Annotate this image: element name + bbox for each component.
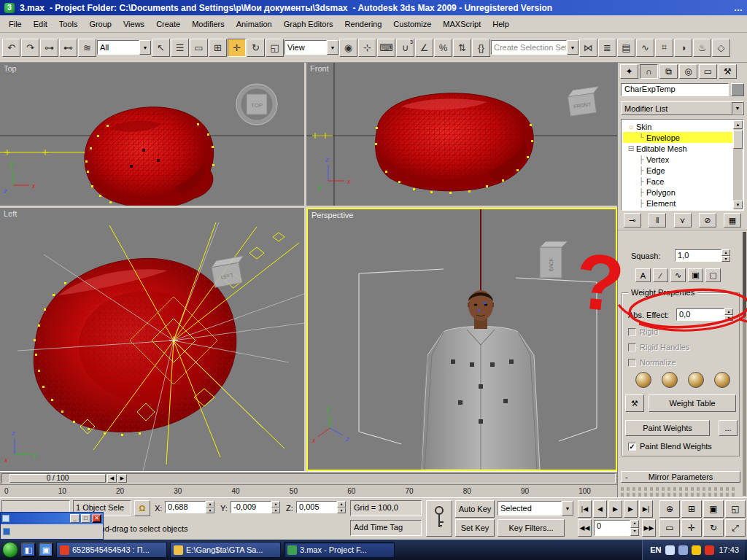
select-and-rotate-icon[interactable]: ↻ — [247, 39, 265, 57]
set-key-button[interactable]: Set Key — [455, 519, 495, 537]
select-and-manipulate-icon[interactable]: ⊹ — [358, 39, 376, 57]
undo-icon[interactable]: ↶ — [2, 39, 20, 57]
previous-key-icon[interactable]: ◀◀ — [578, 519, 592, 537]
antivirus-tray-icon[interactable] — [692, 545, 701, 555]
track-bar[interactable]: 0102030405060708090100 — [0, 484, 617, 497]
maximize-viewport-toggle-icon[interactable]: ⤢ — [725, 519, 746, 537]
taskbar-clock[interactable]: 17:43 — [719, 545, 739, 554]
auto-key-button[interactable]: Auto Key — [455, 500, 495, 518]
key-filters-button[interactable]: Key Filters... — [498, 519, 565, 537]
percent-snap-toggle-icon[interactable]: % — [434, 39, 452, 57]
menu-item[interactable]: MAXScript — [437, 18, 487, 31]
menu-item[interactable]: Group — [83, 18, 117, 31]
utilities-tab-icon[interactable]: ⚒ — [719, 64, 737, 79]
create-tab-icon[interactable]: ✦ — [620, 64, 638, 79]
scroll-up-icon[interactable]: ▲ — [733, 120, 743, 129]
minimize-icon[interactable]: _ — [70, 514, 80, 523]
go-to-end-icon[interactable]: ▶| — [639, 500, 653, 518]
copy-icon[interactable]: ▣ — [688, 268, 703, 282]
falloff-icon[interactable]: ∕ — [653, 268, 668, 282]
reference-coordinate-dropdown[interactable]: View▼ — [285, 40, 338, 55]
use-pivot-point-center-icon[interactable]: ◉ — [339, 39, 357, 57]
viewport-label[interactable]: Top — [4, 64, 17, 73]
select-by-name-icon[interactable]: ☰ — [171, 39, 189, 57]
letter-a-icon[interactable]: A — [635, 268, 651, 282]
modifier-list-dropdown[interactable]: Modifier List ▼ — [621, 101, 744, 115]
quick-render-icon[interactable]: ◇ — [712, 39, 730, 57]
zoom-extents-icon[interactable]: ▣ — [703, 500, 724, 518]
taskbar-task-button[interactable]: E:\Gang$ta\GTA Sa... — [170, 542, 281, 558]
menu-item[interactable]: Edit — [28, 18, 53, 31]
rectangular-selection-region-icon[interactable]: ▭ — [190, 39, 208, 57]
configure-modifier-sets-icon[interactable]: ▦ — [724, 213, 741, 228]
network-tray-icon[interactable] — [665, 545, 675, 555]
next-frame-nub-icon[interactable]: ▶ — [117, 474, 127, 483]
hierarchy-tab-icon[interactable]: ⧉ — [659, 64, 678, 79]
paint-blend-checkbox-row[interactable]: Paint Blend Weights — [628, 442, 712, 451]
menu-item[interactable]: Rendering — [339, 18, 388, 31]
spinner-icon[interactable]: ▴▾ — [721, 249, 730, 262]
render-setup-icon[interactable]: ♨ — [693, 39, 711, 57]
spinner-icon[interactable]: ▴▾ — [724, 308, 733, 321]
weight-tool-wrench-icon[interactable]: ⚒ — [625, 394, 644, 412]
stack-item[interactable]: ├ Edge — [623, 165, 732, 176]
rollout-scrollbar[interactable] — [743, 232, 746, 496]
checkbox-row[interactable]: Normalize — [628, 358, 689, 367]
object-name-field[interactable]: CharExpTemp — [621, 83, 729, 96]
go-to-start-icon[interactable]: |◀ — [578, 500, 592, 518]
title-bar[interactable]: 3 3.max - Project Folder: C:\Documents a… — [0, 0, 747, 15]
y-coordinate-field[interactable]: -0,009▴▾ — [231, 501, 280, 513]
time-slider-thumb[interactable]: 0 / 100 — [9, 474, 106, 483]
select-and-link-icon[interactable]: ⊶ — [40, 39, 58, 57]
background-mini-window[interactable]: _ □ ✕ — [0, 512, 104, 540]
zoom-region-icon[interactable]: ▭ — [659, 519, 680, 537]
menu-item[interactable]: Customize — [387, 18, 437, 31]
zoom-icon[interactable]: ⊕ — [659, 500, 680, 518]
next-frame-icon[interactable]: ▶ — [624, 500, 638, 518]
viewport-label[interactable]: Perspective — [311, 211, 353, 219]
menu-item[interactable]: Graph Editors — [278, 18, 339, 31]
schematic-view-icon[interactable]: ⌗ — [655, 39, 673, 57]
select-and-move-icon[interactable]: ✛ — [228, 39, 246, 57]
chevron-down-icon[interactable]: ▼ — [139, 40, 151, 55]
language-indicator[interactable]: EN — [650, 545, 661, 554]
motion-tab-icon[interactable]: ◎ — [679, 64, 697, 79]
quick-launch-icon-1[interactable]: ◧ — [21, 542, 36, 557]
maximize-icon[interactable]: □ — [81, 514, 90, 523]
named-selection-set-combo[interactable]: Create Selection Set▼ — [491, 40, 578, 55]
paint-options-button[interactable]: ... — [719, 420, 738, 436]
modifier-stack[interactable]: ▲ ▼ ☼ Skin └ Envelope ⊟ — [621, 119, 744, 211]
show-end-result-icon[interactable]: ‖ — [649, 213, 666, 228]
menu-item[interactable]: Create — [150, 18, 186, 31]
spinner-icon[interactable]: ▴▾ — [337, 501, 346, 513]
stack-item[interactable]: ├ Vertex — [623, 154, 732, 165]
spinner-icon[interactable]: ▴▾ — [271, 501, 280, 513]
window-crossing-icon[interactable]: ⊞ — [209, 39, 227, 57]
guard-tray-icon[interactable] — [705, 545, 714, 555]
start-button[interactable] — [2, 542, 18, 558]
taskbar-task-button[interactable]: 6528545454543 : П... — [56, 542, 167, 558]
left-viewport[interactable]: LEFT y z x Left — [0, 208, 304, 471]
unlink-selection-icon[interactable]: ⊷ — [59, 39, 77, 57]
stack-item[interactable]: └ Envelope — [623, 132, 732, 143]
make-unique-icon[interactable]: ⋎ — [674, 213, 692, 228]
weight-tool-1-icon[interactable] — [635, 372, 651, 388]
spinner-icon[interactable]: ▴▾ — [206, 501, 214, 513]
display-tab-icon[interactable]: ▭ — [699, 64, 717, 79]
object-color-swatch[interactable] — [731, 83, 744, 96]
layer-manager-icon[interactable]: ▤ — [617, 39, 635, 57]
mini-window-titlebar[interactable]: _ □ ✕ — [1, 513, 103, 524]
weight-tool-2-icon[interactable] — [662, 372, 678, 388]
x-coordinate-field[interactable]: 0,688▴▾ — [165, 501, 214, 513]
menu-item[interactable]: Views — [117, 18, 150, 31]
stack-item[interactable]: ⊟ Editable Mesh — [623, 143, 732, 154]
edit-named-selection-sets-icon[interactable]: {} — [472, 39, 490, 57]
zoom-extents-all-icon[interactable]: ◱ — [725, 500, 746, 518]
volume-tray-icon[interactable] — [678, 545, 688, 555]
viewport-label[interactable]: Front — [310, 64, 329, 73]
select-and-uniform-scale-icon[interactable]: ◱ — [266, 39, 284, 57]
bind-to-space-warp-icon[interactable]: ≋ — [78, 39, 96, 57]
chevron-down-icon[interactable]: ▼ — [327, 40, 338, 55]
curve-editor-icon[interactable]: ∿ — [636, 39, 654, 57]
viewport-label[interactable]: Left — [4, 209, 17, 218]
